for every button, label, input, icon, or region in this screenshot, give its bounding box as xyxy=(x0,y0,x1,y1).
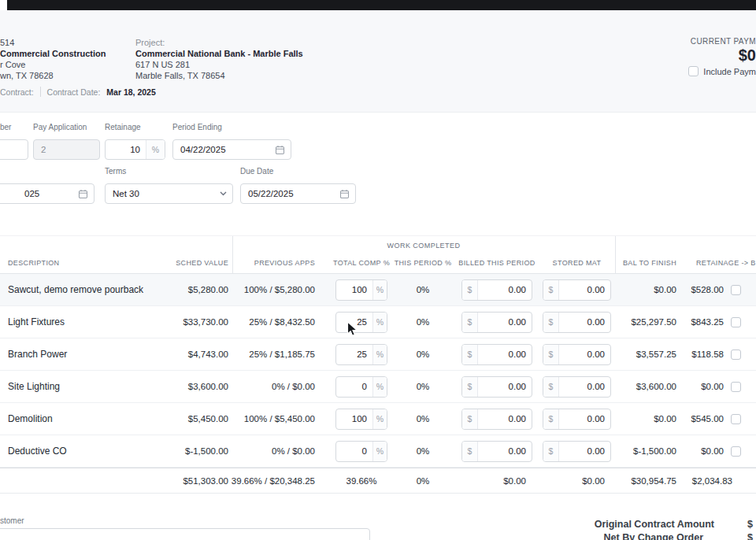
retainage-bill-checkbox[interactable] xyxy=(731,382,741,392)
row-this-period: 0% xyxy=(398,274,448,305)
stored-input-group: $ xyxy=(543,279,611,301)
contract-divider xyxy=(40,87,41,97)
row-billed-cell: $ xyxy=(461,274,532,305)
include-payment-checkbox[interactable] xyxy=(688,66,699,76)
row-stored-cell: $ xyxy=(543,306,611,338)
company-address-line2: wn, TX 78628 xyxy=(0,70,106,81)
retainage-label: Retainage xyxy=(105,123,141,131)
include-payment-label: Include Paym xyxy=(703,67,756,76)
row-sched-value: $-1,500.00 xyxy=(118,435,228,467)
retainage-input[interactable] xyxy=(106,140,146,159)
row-previous-apps: 0% / $0.00 xyxy=(228,371,315,402)
project-address-line1: 617 N US 281 xyxy=(135,59,303,70)
dollar-prefix: $ xyxy=(462,313,478,332)
stored-mat-input[interactable] xyxy=(559,442,610,461)
percent-suffix: % xyxy=(372,442,387,461)
row-sched-value: $5,450.00 xyxy=(118,403,228,435)
row-description: Light Fixtures xyxy=(8,306,65,338)
retainage-bill-checkbox[interactable] xyxy=(731,350,741,360)
billed-this-period-input[interactable] xyxy=(478,377,532,397)
row-retainage: $118.58 xyxy=(661,338,724,370)
row-total-comp-cell: % xyxy=(335,371,387,402)
company-name: Commercial Construction xyxy=(0,48,106,59)
row-description: Demolition xyxy=(8,403,53,435)
total-comp-input[interactable] xyxy=(336,442,372,461)
notes-to-customer-input[interactable] xyxy=(0,528,370,540)
row-previous-apps: 100% / $5,450.00 xyxy=(228,403,315,435)
stored-mat-input[interactable] xyxy=(559,377,610,397)
stored-mat-input[interactable] xyxy=(559,409,610,429)
notes-to-customer-label-fragment: stomer xyxy=(0,516,24,525)
row-billed-cell: $ xyxy=(461,403,532,435)
total-comp-input[interactable] xyxy=(336,409,372,429)
billed-this-period-input[interactable] xyxy=(478,280,532,300)
stored-input-group: $ xyxy=(543,344,611,365)
stored-mat-input[interactable] xyxy=(559,345,610,364)
period-ending-label: Period Ending xyxy=(172,123,222,131)
terms-value: Net 30 xyxy=(106,189,139,198)
total-comp-input[interactable] xyxy=(336,377,372,397)
retainage-bill-checkbox[interactable] xyxy=(731,414,741,424)
total-comp-input[interactable] xyxy=(336,345,372,364)
row-sched-value: $33,730.00 xyxy=(118,306,228,338)
period-ending-field xyxy=(172,139,291,160)
total-stored: $0.00 xyxy=(543,468,611,493)
table-row: Sawcut, demo remove pourback $5,280.00 1… xyxy=(0,274,756,306)
dollar-prefix: $ xyxy=(462,345,478,364)
col-header-stored-mat: STORED MAT xyxy=(543,255,611,271)
col-header-retainage-bill: RETAINAGE -> BILL xyxy=(696,255,756,271)
retainage-bill-checkbox[interactable] xyxy=(731,285,741,295)
total-comp-input-group: % xyxy=(335,376,387,398)
work-completed-group-header: WORK COMPLETED xyxy=(232,242,615,250)
dollar-prefix: $ xyxy=(462,280,478,300)
calendar-icon[interactable] xyxy=(339,189,350,199)
project-address-line2: Marble Falls, TX 78654 xyxy=(135,70,303,81)
schedule-of-values-table: WORK COMPLETED DESCRIPTION SCHED VALUE P… xyxy=(0,235,756,494)
row-total-comp-cell: % xyxy=(335,306,387,338)
billed-input-group: $ xyxy=(461,279,532,301)
invoice-app-window: 514 Commercial Construction r Cove wn, T… xyxy=(0,0,756,540)
row-this-period: 0% xyxy=(398,338,448,370)
terms-select[interactable]: Net 30 xyxy=(105,183,233,204)
total-comp-input[interactable] xyxy=(336,280,372,300)
dollar-prefix: $ xyxy=(543,345,559,364)
contract-label: Contract: xyxy=(0,87,34,97)
due-date-field xyxy=(240,183,356,204)
dollar-prefix: $ xyxy=(462,377,478,397)
top-bar xyxy=(0,0,756,10)
invoice-number-fragment: 514 xyxy=(0,37,106,48)
retainage-bill-checkbox[interactable] xyxy=(731,317,741,327)
net-by-change-order-value-fragment: $ xyxy=(747,532,753,540)
pay-application-input[interactable] xyxy=(34,140,99,159)
billed-this-period-input[interactable] xyxy=(478,345,532,364)
table-row: Branch Power $4,743.00 25% / $1,185.75 %… xyxy=(0,338,756,371)
current-payment-amount: $0 xyxy=(739,46,756,64)
total-comp-input-group: % xyxy=(335,279,387,301)
stored-mat-input[interactable] xyxy=(559,313,610,332)
retainage-bill-checkbox[interactable] xyxy=(731,446,741,457)
billed-this-period-input[interactable] xyxy=(478,409,532,429)
col-header-total-comp: TOTAL COMP % xyxy=(335,255,387,271)
invoice-date-input[interactable]: 025 xyxy=(0,183,94,204)
billed-this-period-input[interactable] xyxy=(478,313,532,332)
stored-mat-input[interactable] xyxy=(559,280,610,300)
calendar-icon[interactable] xyxy=(78,189,88,199)
company-address-line1: r Cove xyxy=(0,59,106,70)
include-payment-row: Include Paym xyxy=(688,66,756,76)
stored-input-group: $ xyxy=(543,409,611,430)
dollar-prefix: $ xyxy=(462,442,478,461)
pay-application-label: Pay Application xyxy=(33,123,87,131)
row-this-period: 0% xyxy=(398,403,448,435)
row-stored-cell: $ xyxy=(543,274,611,305)
row-description: Deductive CO xyxy=(8,435,67,467)
dollar-prefix: $ xyxy=(462,409,478,429)
billed-this-period-input[interactable] xyxy=(478,442,532,461)
period-ending-input[interactable] xyxy=(173,140,275,159)
due-date-input[interactable] xyxy=(241,184,339,203)
topbar-notch xyxy=(0,0,7,10)
percent-suffix: % xyxy=(372,345,387,364)
retainage-field: % xyxy=(105,139,165,160)
contract-line: Contract: Contract Date: Mar 18, 2025 xyxy=(0,87,156,97)
invoice-number-input[interactable] xyxy=(0,140,28,159)
calendar-icon[interactable] xyxy=(275,145,285,155)
